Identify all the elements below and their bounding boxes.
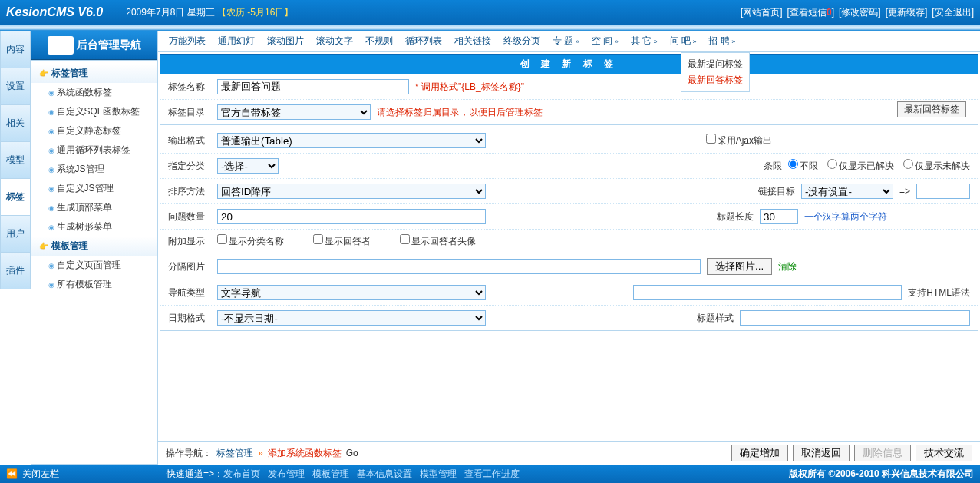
bc-tagmgmt[interactable]: 标签管理 bbox=[216, 447, 253, 460]
input-titlelen[interactable] bbox=[760, 209, 798, 224]
quick-link[interactable]: 模型管理 bbox=[420, 468, 457, 481]
label-linktarget: 链接目标 bbox=[758, 185, 795, 198]
breadcrumb: 操作导航： 标签管理 » 添加系统函数标签Go 确定增加 取消返回 删除信息 技… bbox=[158, 441, 980, 465]
input-title-style[interactable] bbox=[740, 310, 970, 326]
select-output[interactable]: 普通输出(Table) bbox=[217, 133, 486, 148]
select-linktarget[interactable]: -没有设置- bbox=[801, 184, 893, 199]
select-category[interactable]: -选择- bbox=[217, 158, 279, 174]
label-extra: 附加显示 bbox=[168, 235, 211, 248]
select-navtype[interactable]: 文字导航 bbox=[217, 285, 486, 300]
radio-solved[interactable]: 仅显示已解决 bbox=[827, 159, 894, 173]
input-qcount[interactable] bbox=[217, 209, 486, 224]
btn-delete[interactable]: 删除信息 bbox=[854, 445, 911, 461]
tab-scroll-img[interactable]: 滚动图片 bbox=[261, 35, 310, 48]
label-navtype: 导航类型 bbox=[168, 286, 211, 299]
tab-job[interactable]: 招 聘 bbox=[702, 35, 741, 48]
side-tab-user[interactable]: 用户 bbox=[0, 215, 31, 252]
menu-group-tags[interactable]: 标签管理 bbox=[31, 64, 157, 83]
date-display: 2009年7月8日 星期三 【农历 -5月16日】 bbox=[126, 6, 293, 19]
side-tab-related[interactable]: 相关 bbox=[0, 104, 31, 141]
popup-item-latest-question[interactable]: 最新提问标签 bbox=[688, 56, 743, 72]
copyright: 版权所有 ©2006-2010 科兴信息技术有限公司 bbox=[789, 468, 974, 481]
tab-slides[interactable]: 通用幻灯 bbox=[212, 35, 261, 48]
dropdown-popup: 最新提问标签 最新回答标签 bbox=[681, 52, 750, 92]
menu-item[interactable]: 自定义JS管理 bbox=[31, 179, 157, 198]
checkbox-show-cat[interactable]: 显示分类名称 bbox=[217, 234, 284, 248]
link-home[interactable]: [网站首页] bbox=[741, 6, 783, 19]
tab-special[interactable]: 专 题 bbox=[546, 35, 586, 48]
tab-loop-list[interactable]: 循环列表 bbox=[399, 35, 448, 48]
radio-unlimited[interactable]: 不限 bbox=[788, 159, 818, 173]
side-tab-settings[interactable]: 设置 bbox=[0, 68, 31, 104]
close-left-panel[interactable]: 关闭左栏 bbox=[22, 468, 59, 481]
hint-tagdir: 请选择标签归属目录，以便日后管理标签 bbox=[377, 106, 543, 119]
quick-link[interactable]: 发布管理 bbox=[268, 468, 305, 481]
app-logo: KesionCMS V6.0 bbox=[6, 5, 103, 19]
tab-related-links[interactable]: 相关链接 bbox=[448, 35, 497, 48]
menu-item[interactable]: 自定义SQL函数标签 bbox=[31, 102, 157, 121]
btn-tech[interactable]: 技术交流 bbox=[916, 445, 972, 461]
link-exit[interactable]: [安全退出] bbox=[932, 6, 974, 19]
input-nav-extra[interactable] bbox=[633, 285, 902, 300]
link-clear-img[interactable]: 清除 bbox=[778, 260, 797, 273]
label-title-style: 标题样式 bbox=[697, 312, 734, 325]
link-password[interactable]: [修改密码] bbox=[839, 6, 881, 19]
quick-link[interactable]: 发布首页 bbox=[223, 468, 260, 481]
side-tab-content[interactable]: 内容 bbox=[0, 31, 31, 68]
checkbox-show-ans[interactable]: 显示回答者 bbox=[313, 234, 371, 248]
quick-link[interactable]: 基本信息设置 bbox=[357, 468, 412, 481]
select-tagdir[interactable]: 官方自带标签 bbox=[217, 104, 371, 120]
label-tagname: 标签名称 bbox=[168, 81, 211, 94]
link-sms[interactable]: [查看短信0] bbox=[787, 6, 834, 19]
menu-item[interactable]: 系统JS管理 bbox=[31, 160, 157, 179]
input-sep-img[interactable] bbox=[217, 259, 701, 274]
label-sort: 排序方法 bbox=[168, 185, 211, 198]
menu-group-templates[interactable]: 模板管理 bbox=[31, 237, 157, 256]
select-datefmt[interactable]: -不显示日期- bbox=[217, 310, 486, 326]
checkbox-ajax[interactable]: 采用Ajax输出 bbox=[706, 134, 772, 147]
tab-other[interactable]: 其 它 bbox=[625, 35, 664, 48]
btn-confirm-add[interactable]: 确定增加 bbox=[731, 445, 788, 461]
menu-item[interactable]: 所有模板管理 bbox=[31, 275, 157, 294]
tab-universal-list[interactable]: 万能列表 bbox=[163, 35, 212, 48]
side-tab-tag[interactable]: 标签 bbox=[0, 178, 31, 215]
input-linktarget-extra[interactable] bbox=[916, 184, 970, 199]
decor-bar bbox=[0, 25, 980, 31]
menu-item[interactable]: 通用循环列表标签 bbox=[31, 141, 157, 160]
quick-link[interactable]: 模板管理 bbox=[312, 468, 349, 481]
radio-unsolved[interactable]: 仅显示未解决 bbox=[903, 159, 970, 173]
tab-scroll-text[interactable]: 滚动文字 bbox=[310, 35, 359, 48]
section-title: 创 建 新 标 签 bbox=[160, 54, 978, 74]
close-left-icon[interactable]: ⏪ bbox=[6, 468, 18, 479]
menu-item[interactable]: 自定义页面管理 bbox=[31, 256, 157, 275]
menu-item[interactable]: 生成顶部菜单 bbox=[31, 198, 157, 217]
bc-add-systag[interactable]: 添加系统函数标签 bbox=[268, 447, 342, 460]
label-tagdir: 标签目录 bbox=[168, 106, 211, 119]
checkbox-show-avatar[interactable]: 显示回答者头像 bbox=[400, 234, 476, 248]
top-header: KesionCMS V6.0 2009年7月8日 星期三 【农历 -5月16日】… bbox=[0, 0, 980, 25]
label-titlelen: 标题长度 bbox=[717, 210, 754, 223]
tab-space[interactable]: 空 间 bbox=[586, 35, 625, 48]
tab-ask[interactable]: 问 吧 bbox=[664, 35, 703, 48]
menu-item[interactable]: 系统函数标签 bbox=[31, 83, 157, 102]
link-cache[interactable]: [更新缓存] bbox=[886, 6, 928, 19]
input-tagname[interactable] bbox=[217, 79, 409, 94]
menu-item[interactable]: 生成树形菜单 bbox=[31, 217, 157, 237]
side-tab-model[interactable]: 模型 bbox=[0, 141, 31, 178]
btn-choose-img[interactable]: 选择图片... bbox=[707, 258, 772, 275]
tab-paging[interactable]: 终级分页 bbox=[497, 35, 546, 48]
select-sort[interactable]: 回答ID降序 bbox=[217, 184, 486, 199]
menu-item[interactable]: 自定义静态标签 bbox=[31, 121, 157, 141]
hint-tagname: * 调用格式"{LB_标签名称}" bbox=[415, 81, 524, 94]
hint-html: 支持HTML语法 bbox=[908, 286, 970, 299]
btn-cancel-back[interactable]: 取消返回 bbox=[793, 445, 850, 461]
nav-title: 后台管理导航 bbox=[31, 31, 157, 60]
avatar-icon bbox=[48, 36, 74, 55]
quick-link[interactable]: 查看工作进度 bbox=[464, 468, 520, 481]
side-tab-plugin[interactable]: 插件 bbox=[0, 252, 31, 289]
label-category: 指定分类 bbox=[168, 160, 211, 173]
footer: ⏪ 关闭左栏 快速通道=>： 发布首页 发布管理 模板管理 基本信息设置 模型管… bbox=[0, 465, 980, 483]
popup-item-latest-answer[interactable]: 最新回答标签 bbox=[688, 72, 743, 88]
latest-answer-button[interactable]: 最新回答标签 bbox=[897, 101, 966, 117]
tab-irregular[interactable]: 不规则 bbox=[359, 35, 399, 48]
